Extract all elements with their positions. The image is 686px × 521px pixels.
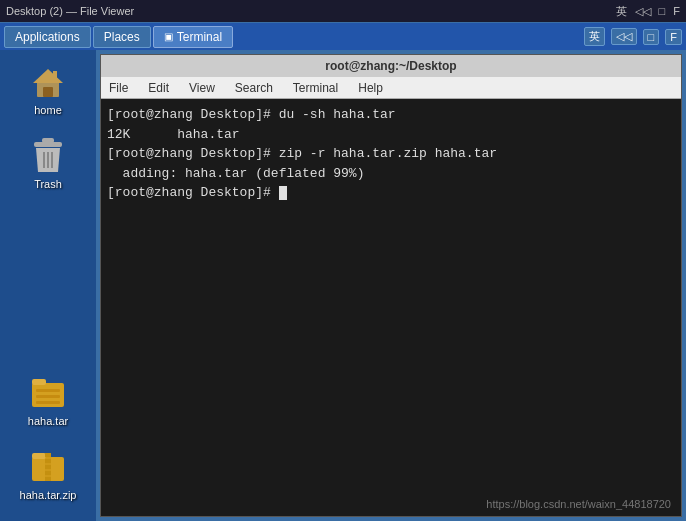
terminal-menu-file[interactable]: File <box>105 79 132 97</box>
terminal-taskbar-label: Terminal <box>177 30 222 44</box>
volume-icon: ◁◁ <box>635 5 651 18</box>
svg-rect-5 <box>42 138 54 143</box>
svg-rect-17 <box>45 453 51 457</box>
svg-rect-19 <box>45 465 51 469</box>
term-line-2: 12K haha.tar <box>107 125 675 145</box>
terminal-menu-help[interactable]: Help <box>354 79 387 97</box>
svg-rect-20 <box>45 471 51 475</box>
desktop-sidebar: home Trash <box>0 50 96 521</box>
terminal-content[interactable]: [root@zhang Desktop]# du -sh haha.tar 12… <box>101 99 681 516</box>
main-area: home Trash <box>0 50 686 521</box>
term-line-3: [root@zhang Desktop]# zip -r haha.tar.zi… <box>107 144 675 164</box>
taskbar-applets: 英 ◁◁ □ F <box>584 27 682 46</box>
power-applet[interactable]: F <box>665 29 682 45</box>
archive-tar-icon <box>30 375 66 411</box>
svg-rect-3 <box>53 71 57 79</box>
network-applet[interactable]: □ <box>643 29 660 45</box>
places-label: Places <box>104 30 140 44</box>
archive-zip-icon <box>30 449 66 485</box>
terminal-menu-edit[interactable]: Edit <box>144 79 173 97</box>
desktop-title: Desktop (2) — File Viewer <box>6 5 134 17</box>
desktop-icon-home[interactable]: home <box>8 58 88 120</box>
trash-icon-img <box>28 136 68 176</box>
terminal-menubar: File Edit View Search Terminal Help <box>101 77 681 99</box>
term-line-5: [root@zhang Desktop]# <box>107 183 675 203</box>
desktop-icon-trash[interactable]: Trash <box>8 132 88 194</box>
terminal-taskbar-button[interactable]: ▣ Terminal <box>153 26 233 48</box>
terminal-cursor <box>279 186 287 200</box>
haha-tar-zip-label: haha.tar.zip <box>20 489 77 501</box>
svg-rect-12 <box>36 395 60 398</box>
lang-indicator: 英 <box>616 4 627 19</box>
home-icon <box>29 63 67 101</box>
svg-rect-2 <box>43 87 53 97</box>
taskbar: Applications Places ▣ Terminal 英 ◁◁ □ F <box>0 22 686 50</box>
desktop-icon-haha-tar-zip[interactable]: haha.tar.zip <box>8 443 88 505</box>
svg-rect-10 <box>32 379 46 385</box>
svg-rect-11 <box>36 389 60 392</box>
terminal-menu-terminal[interactable]: Terminal <box>289 79 342 97</box>
haha-tar-icon-img <box>28 373 68 413</box>
desktop-icon-haha-tar[interactable]: haha.tar <box>8 369 88 431</box>
term-line-4: adding: haha.tar (deflated 99%) <box>107 164 675 184</box>
trash-icon <box>30 136 66 176</box>
home-icon-label: home <box>34 104 62 116</box>
term-line-1: [root@zhang Desktop]# du -sh haha.tar <box>107 105 675 125</box>
power-icon: F <box>673 5 680 17</box>
svg-rect-21 <box>45 477 51 481</box>
audio-applet[interactable]: ◁◁ <box>611 28 637 45</box>
svg-rect-18 <box>45 459 51 463</box>
network-icon: □ <box>659 5 666 17</box>
system-bar: Desktop (2) — File Viewer 英 ◁◁ □ F <box>0 0 686 22</box>
trash-icon-label: Trash <box>34 178 62 190</box>
terminal-titlebar: root@zhang:~/Desktop <box>101 55 681 77</box>
applications-label: Applications <box>15 30 80 44</box>
places-button[interactable]: Places <box>93 26 151 48</box>
svg-marker-1 <box>33 69 63 83</box>
terminal-window: root@zhang:~/Desktop File Edit View Sear… <box>100 54 682 517</box>
terminal-icon: ▣ <box>164 31 173 42</box>
lang-applet[interactable]: 英 <box>584 27 605 46</box>
svg-rect-15 <box>32 453 46 459</box>
haha-tar-label: haha.tar <box>28 415 68 427</box>
system-bar-applets: 英 ◁◁ □ F <box>616 4 680 19</box>
terminal-title: root@zhang:~/Desktop <box>325 59 456 73</box>
svg-rect-13 <box>36 401 60 404</box>
haha-tar-zip-icon-img <box>28 447 68 487</box>
applications-button[interactable]: Applications <box>4 26 91 48</box>
terminal-menu-view[interactable]: View <box>185 79 219 97</box>
home-icon-img <box>28 62 68 102</box>
terminal-menu-search[interactable]: Search <box>231 79 277 97</box>
